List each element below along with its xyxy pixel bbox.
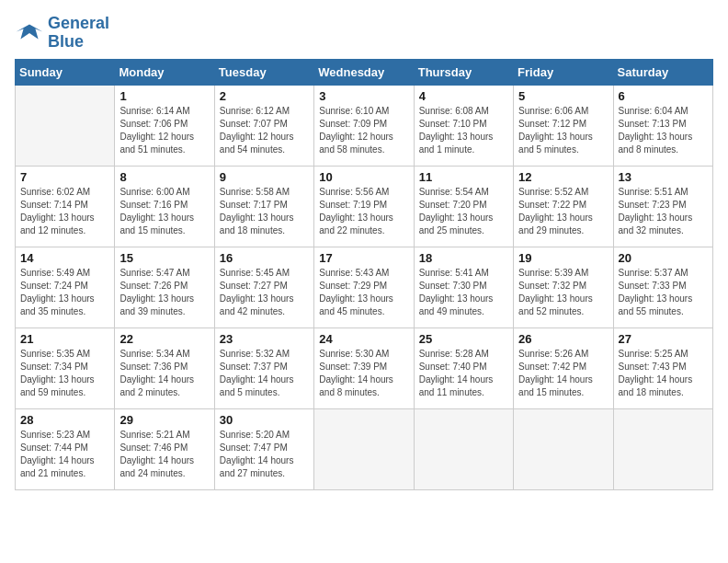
calendar-day-cell: 24Sunrise: 5:30 AM Sunset: 7:39 PM Dayli… bbox=[314, 327, 414, 408]
calendar-day-cell: 6Sunrise: 6:04 AM Sunset: 7:13 PM Daylig… bbox=[613, 85, 712, 166]
day-number: 27 bbox=[619, 332, 708, 346]
calendar-day-cell: 4Sunrise: 6:08 AM Sunset: 7:10 PM Daylig… bbox=[414, 85, 513, 166]
day-info: Sunrise: 5:56 AM Sunset: 7:19 PM Dayligh… bbox=[319, 186, 408, 237]
day-number: 19 bbox=[518, 251, 608, 265]
logo-icon bbox=[15, 18, 44, 48]
day-info: Sunrise: 5:28 AM Sunset: 7:40 PM Dayligh… bbox=[419, 348, 508, 399]
weekday-header: Thursday bbox=[414, 59, 513, 85]
calendar-day-cell: 14Sunrise: 5:49 AM Sunset: 7:24 PM Dayli… bbox=[16, 247, 115, 327]
day-number: 28 bbox=[20, 413, 109, 427]
calendar-day-cell: 15Sunrise: 5:47 AM Sunset: 7:26 PM Dayli… bbox=[115, 247, 214, 327]
calendar-day-cell: 2Sunrise: 6:12 AM Sunset: 7:07 PM Daylig… bbox=[214, 85, 313, 166]
day-info: Sunrise: 5:26 AM Sunset: 7:42 PM Dayligh… bbox=[518, 348, 608, 399]
day-number: 3 bbox=[319, 89, 408, 103]
calendar-day-cell: 5Sunrise: 6:06 AM Sunset: 7:12 PM Daylig… bbox=[514, 85, 613, 166]
page-header: General Blue bbox=[15, 15, 713, 52]
day-info: Sunrise: 5:25 AM Sunset: 7:43 PM Dayligh… bbox=[619, 348, 708, 399]
logo: General Blue bbox=[15, 15, 109, 52]
day-number: 17 bbox=[319, 251, 408, 265]
calendar-day-cell: 8Sunrise: 6:00 AM Sunset: 7:16 PM Daylig… bbox=[115, 166, 214, 247]
day-number: 12 bbox=[518, 170, 608, 184]
weekday-header: Tuesday bbox=[214, 59, 313, 85]
day-number: 16 bbox=[220, 251, 309, 265]
calendar-day-cell: 10Sunrise: 5:56 AM Sunset: 7:19 PM Dayli… bbox=[314, 166, 414, 247]
calendar-day-cell: 7Sunrise: 6:02 AM Sunset: 7:14 PM Daylig… bbox=[16, 166, 115, 247]
calendar-week-row: 28Sunrise: 5:23 AM Sunset: 7:44 PM Dayli… bbox=[16, 408, 713, 489]
day-number: 11 bbox=[419, 170, 508, 184]
day-number: 10 bbox=[319, 170, 408, 184]
calendar-day-cell bbox=[314, 408, 414, 489]
calendar-table: SundayMondayTuesdayWednesdayThursdayFrid… bbox=[15, 59, 713, 490]
weekday-header: Monday bbox=[115, 59, 214, 85]
day-info: Sunrise: 5:39 AM Sunset: 7:32 PM Dayligh… bbox=[518, 267, 608, 318]
day-number: 15 bbox=[119, 251, 209, 265]
day-number: 1 bbox=[119, 89, 209, 103]
day-info: Sunrise: 5:51 AM Sunset: 7:23 PM Dayligh… bbox=[619, 186, 708, 237]
day-number: 26 bbox=[518, 332, 608, 346]
day-info: Sunrise: 6:06 AM Sunset: 7:12 PM Dayligh… bbox=[518, 105, 608, 156]
day-number: 30 bbox=[220, 413, 309, 427]
day-info: Sunrise: 5:45 AM Sunset: 7:27 PM Dayligh… bbox=[220, 267, 309, 318]
day-info: Sunrise: 5:35 AM Sunset: 7:34 PM Dayligh… bbox=[20, 348, 109, 399]
calendar-day-cell: 26Sunrise: 5:26 AM Sunset: 7:42 PM Dayli… bbox=[514, 327, 613, 408]
calendar-week-row: 14Sunrise: 5:49 AM Sunset: 7:24 PM Dayli… bbox=[16, 247, 713, 327]
day-number: 14 bbox=[20, 251, 109, 265]
calendar-day-cell: 22Sunrise: 5:34 AM Sunset: 7:36 PM Dayli… bbox=[115, 327, 214, 408]
day-info: Sunrise: 5:34 AM Sunset: 7:36 PM Dayligh… bbox=[119, 348, 209, 399]
day-info: Sunrise: 6:04 AM Sunset: 7:13 PM Dayligh… bbox=[619, 105, 708, 156]
calendar-day-cell: 30Sunrise: 5:20 AM Sunset: 7:47 PM Dayli… bbox=[214, 408, 313, 489]
calendar-day-cell: 20Sunrise: 5:37 AM Sunset: 7:33 PM Dayli… bbox=[613, 247, 712, 327]
day-info: Sunrise: 5:43 AM Sunset: 7:29 PM Dayligh… bbox=[319, 267, 408, 318]
day-number: 25 bbox=[419, 332, 508, 346]
day-number: 2 bbox=[220, 89, 309, 103]
calendar-day-cell: 11Sunrise: 5:54 AM Sunset: 7:20 PM Dayli… bbox=[414, 166, 513, 247]
day-info: Sunrise: 5:32 AM Sunset: 7:37 PM Dayligh… bbox=[220, 348, 309, 399]
calendar-day-cell: 21Sunrise: 5:35 AM Sunset: 7:34 PM Dayli… bbox=[16, 327, 115, 408]
svg-marker-0 bbox=[17, 24, 43, 39]
day-number: 4 bbox=[419, 89, 508, 103]
logo-text: General Blue bbox=[48, 15, 109, 52]
day-number: 7 bbox=[20, 170, 109, 184]
day-info: Sunrise: 5:41 AM Sunset: 7:30 PM Dayligh… bbox=[419, 267, 508, 318]
calendar-week-row: 1Sunrise: 6:14 AM Sunset: 7:06 PM Daylig… bbox=[16, 85, 713, 166]
calendar-day-cell: 28Sunrise: 5:23 AM Sunset: 7:44 PM Dayli… bbox=[16, 408, 115, 489]
calendar-week-row: 21Sunrise: 5:35 AM Sunset: 7:34 PM Dayli… bbox=[16, 327, 713, 408]
calendar-day-cell: 9Sunrise: 5:58 AM Sunset: 7:17 PM Daylig… bbox=[214, 166, 313, 247]
weekday-header: Wednesday bbox=[314, 59, 414, 85]
day-info: Sunrise: 6:00 AM Sunset: 7:16 PM Dayligh… bbox=[119, 186, 209, 237]
day-info: Sunrise: 5:20 AM Sunset: 7:47 PM Dayligh… bbox=[220, 429, 309, 480]
day-number: 23 bbox=[220, 332, 309, 346]
weekday-header: Friday bbox=[514, 59, 613, 85]
day-info: Sunrise: 6:12 AM Sunset: 7:07 PM Dayligh… bbox=[220, 105, 309, 156]
day-number: 13 bbox=[619, 170, 708, 184]
calendar-day-cell bbox=[16, 85, 115, 166]
calendar-day-cell bbox=[613, 408, 712, 489]
calendar-day-cell: 13Sunrise: 5:51 AM Sunset: 7:23 PM Dayli… bbox=[613, 166, 712, 247]
calendar-header-row: SundayMondayTuesdayWednesdayThursdayFrid… bbox=[16, 59, 713, 85]
calendar-day-cell: 17Sunrise: 5:43 AM Sunset: 7:29 PM Dayli… bbox=[314, 247, 414, 327]
calendar-day-cell: 23Sunrise: 5:32 AM Sunset: 7:37 PM Dayli… bbox=[214, 327, 313, 408]
weekday-header: Saturday bbox=[613, 59, 712, 85]
calendar-day-cell bbox=[514, 408, 613, 489]
day-number: 9 bbox=[220, 170, 309, 184]
day-number: 29 bbox=[119, 413, 209, 427]
calendar-day-cell: 1Sunrise: 6:14 AM Sunset: 7:06 PM Daylig… bbox=[115, 85, 214, 166]
day-number: 18 bbox=[419, 251, 508, 265]
calendar-day-cell: 27Sunrise: 5:25 AM Sunset: 7:43 PM Dayli… bbox=[613, 327, 712, 408]
day-number: 5 bbox=[518, 89, 608, 103]
day-info: Sunrise: 6:08 AM Sunset: 7:10 PM Dayligh… bbox=[419, 105, 508, 156]
calendar-day-cell: 19Sunrise: 5:39 AM Sunset: 7:32 PM Dayli… bbox=[514, 247, 613, 327]
day-info: Sunrise: 5:21 AM Sunset: 7:46 PM Dayligh… bbox=[119, 429, 209, 480]
day-info: Sunrise: 5:23 AM Sunset: 7:44 PM Dayligh… bbox=[20, 429, 109, 480]
day-number: 22 bbox=[119, 332, 209, 346]
calendar-day-cell: 25Sunrise: 5:28 AM Sunset: 7:40 PM Dayli… bbox=[414, 327, 513, 408]
day-info: Sunrise: 5:58 AM Sunset: 7:17 PM Dayligh… bbox=[220, 186, 309, 237]
calendar-day-cell: 3Sunrise: 6:10 AM Sunset: 7:09 PM Daylig… bbox=[314, 85, 414, 166]
calendar-day-cell bbox=[414, 408, 513, 489]
calendar-day-cell: 18Sunrise: 5:41 AM Sunset: 7:30 PM Dayli… bbox=[414, 247, 513, 327]
day-info: Sunrise: 6:10 AM Sunset: 7:09 PM Dayligh… bbox=[319, 105, 408, 156]
day-info: Sunrise: 6:14 AM Sunset: 7:06 PM Dayligh… bbox=[119, 105, 209, 156]
calendar-day-cell: 16Sunrise: 5:45 AM Sunset: 7:27 PM Dayli… bbox=[214, 247, 313, 327]
day-info: Sunrise: 5:54 AM Sunset: 7:20 PM Dayligh… bbox=[419, 186, 508, 237]
day-number: 20 bbox=[619, 251, 708, 265]
